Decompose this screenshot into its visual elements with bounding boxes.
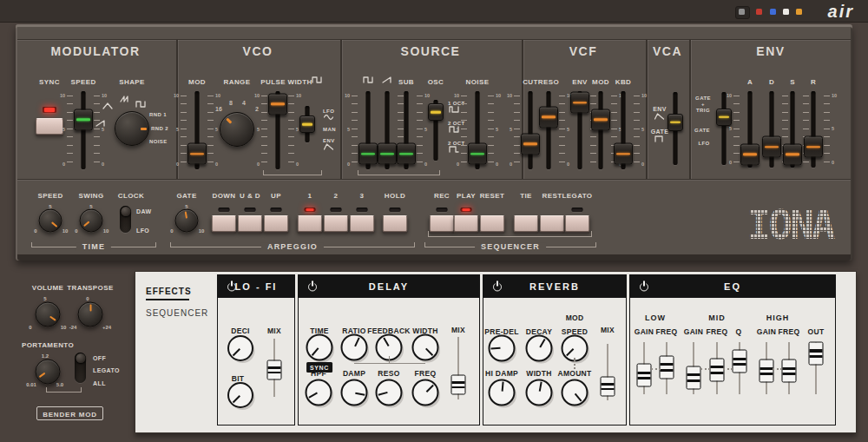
- skin-swatch-orange[interactable]: [796, 9, 802, 15]
- slider-handle[interactable]: [397, 143, 416, 165]
- clock-toggle[interactable]: [120, 206, 131, 233]
- kbd-tracking-slider[interactable]: 1050: [606, 89, 641, 171]
- gate-knob[interactable]: [175, 209, 199, 233]
- hpf-knob[interactable]: [306, 379, 332, 406]
- seq-rec-button[interactable]: [430, 215, 455, 232]
- seq-legato-button[interactable]: [565, 215, 590, 232]
- arp-1-button[interactable]: [298, 215, 323, 232]
- slider-track[interactable]: [547, 91, 551, 169]
- power-icon[interactable]: [306, 281, 318, 293]
- seq-tie-button[interactable]: [514, 215, 539, 232]
- slider-handle[interactable]: [637, 364, 652, 387]
- skin-swatch-gray[interactable]: [739, 9, 745, 15]
- modulator-speed-slider[interactable]: 1050 1050: [66, 89, 101, 171]
- arp-up-button[interactable]: [264, 215, 289, 232]
- arp-down-button[interactable]: [212, 215, 237, 232]
- slider-handle[interactable]: [268, 93, 287, 115]
- slider-handle[interactable]: [74, 109, 93, 130]
- tab-sequencer[interactable]: SEQUENCER: [146, 309, 208, 318]
- delay-freq-knob[interactable]: [412, 379, 439, 406]
- arp-speed-knob[interactable]: [39, 209, 62, 233]
- sync-button[interactable]: [36, 118, 63, 135]
- slider-handle[interactable]: [539, 106, 558, 128]
- arp-3-button[interactable]: [350, 215, 375, 232]
- amount-knob[interactable]: [562, 379, 589, 406]
- toggle-handle[interactable]: [76, 353, 85, 363]
- transpose-knob[interactable]: [78, 302, 103, 327]
- pw-mode-selector[interactable]: [297, 104, 318, 144]
- slider-handle[interactable]: [601, 376, 615, 396]
- volume-knob[interactable]: [36, 302, 61, 327]
- slider-handle[interactable]: [804, 136, 823, 158]
- eq-out-slider[interactable]: [807, 342, 825, 394]
- eq-mid-gain-label: GAIN: [684, 328, 703, 336]
- tab-effects[interactable]: EFFECTS: [146, 287, 192, 296]
- selector-handle[interactable]: [716, 109, 732, 126]
- eq-low-gain-label: GAIN: [635, 328, 654, 336]
- slider-handle[interactable]: [187, 143, 207, 165]
- resonance-slider[interactable]: 1050: [531, 89, 566, 171]
- deci-knob[interactable]: [227, 335, 253, 361]
- sub-level-slider[interactable]: 1050: [389, 89, 424, 171]
- lofi-mix-slider[interactable]: [266, 339, 283, 397]
- eq-high-freq-slider[interactable]: [780, 342, 798, 394]
- shape-knob[interactable]: [115, 111, 149, 146]
- reverb-mix-slider[interactable]: [599, 344, 616, 400]
- arp-hold-button[interactable]: [383, 215, 408, 232]
- seq-play-button[interactable]: [454, 215, 479, 232]
- slider-handle[interactable]: [468, 143, 487, 165]
- ratio-knob[interactable]: [341, 334, 368, 361]
- slider-handle[interactable]: [267, 360, 282, 379]
- bit-knob[interactable]: [227, 382, 253, 408]
- power-icon[interactable]: [491, 281, 503, 293]
- selector-handle[interactable]: [299, 115, 315, 133]
- portamento-knob[interactable]: [36, 360, 61, 385]
- portamento-mode-toggle[interactable]: [75, 353, 86, 383]
- slider-handle[interactable]: [760, 360, 774, 383]
- vca-mode-selector[interactable]: [665, 90, 686, 167]
- slider-handle[interactable]: [614, 143, 633, 165]
- slider-handle[interactable]: [451, 375, 466, 395]
- swing-knob[interactable]: [80, 209, 103, 233]
- slider-handle[interactable]: [710, 358, 725, 381]
- eq-low-gain-slider[interactable]: [635, 342, 653, 394]
- seq-rest-button[interactable]: [540, 215, 565, 232]
- pulse-width-slider[interactable]: 1050 1050: [260, 89, 295, 171]
- reverb-decay-knob[interactable]: [526, 335, 553, 362]
- power-icon[interactable]: [638, 281, 649, 293]
- reverb-width-knob[interactable]: [526, 379, 553, 406]
- arp-ud-button[interactable]: [238, 215, 263, 232]
- selector-handle[interactable]: [428, 103, 444, 121]
- noise-level-slider[interactable]: 1050 1050: [460, 89, 495, 171]
- vco-mod-slider[interactable]: 1050 1050: [180, 89, 214, 171]
- toggle-handle[interactable]: [121, 207, 130, 216]
- slider-handle[interactable]: [733, 349, 747, 373]
- skin-swatch-white[interactable]: [783, 9, 789, 15]
- predel-knob[interactable]: [489, 335, 516, 362]
- slider-handle[interactable]: [782, 360, 797, 383]
- sub-octave-selector[interactable]: [425, 98, 446, 162]
- slider-handle[interactable]: [809, 342, 824, 366]
- skin-swatch-red[interactable]: [756, 9, 762, 15]
- delay-time-knob[interactable]: [306, 334, 333, 361]
- eq-low-freq-slider[interactable]: [658, 342, 675, 394]
- damp-knob[interactable]: [341, 379, 368, 406]
- selector-track[interactable]: [722, 92, 727, 165]
- selector-handle[interactable]: [667, 114, 683, 131]
- slider-handle[interactable]: [687, 366, 701, 390]
- eq-mid-gain-slider[interactable]: [685, 342, 702, 394]
- delay-reso-knob[interactable]: [376, 379, 403, 406]
- delay-mix-slider[interactable]: [450, 337, 467, 399]
- eq-q-slider[interactable]: [731, 342, 748, 394]
- iona-logo: IONA: [743, 206, 837, 252]
- seq-reset-button[interactable]: [480, 215, 505, 232]
- bender-mod-button[interactable]: BENDER MOD: [36, 406, 103, 420]
- hidamp-knob[interactable]: [489, 379, 516, 406]
- delay-width-knob[interactable]: [412, 334, 439, 361]
- arp-2-button[interactable]: [324, 215, 349, 232]
- power-icon[interactable]: [226, 281, 237, 293]
- release-slider[interactable]: 1050: [796, 89, 831, 169]
- skin-swatch-blue[interactable]: [770, 9, 776, 15]
- range-knob[interactable]: [220, 112, 254, 147]
- slider-handle[interactable]: [660, 356, 674, 379]
